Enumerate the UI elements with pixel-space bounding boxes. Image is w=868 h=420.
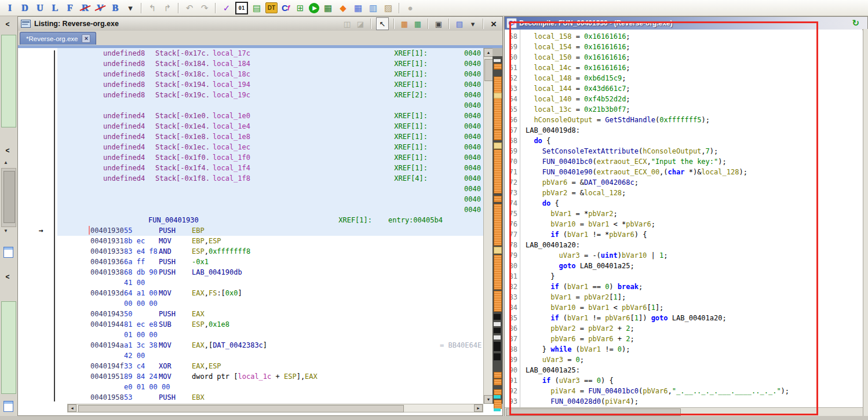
decompiler-line[interactable]: 87pbVar6 = pbVar6 + 2;	[505, 334, 862, 344]
scroll-thumb[interactable]	[506, 408, 681, 416]
letter-r-tool-struck[interactable]: R	[79, 2, 92, 14]
decompiler-line[interactable]: 78LAB_00401a20:	[505, 240, 862, 250]
collapse-chevron-icon[interactable]: <	[2, 146, 13, 155]
collapsed-data-panel[interactable]	[1, 301, 16, 394]
decompiler-line[interactable]: 92piVar4 = FUN_00401bc0(pbVar6,"_.__.._.…	[505, 386, 862, 396]
instruction-row[interactable]: 0040194aa1 3c 38MOVEAX,[DAT_0042383c]= B…	[18, 340, 483, 350]
decompiler-line[interactable]: 84bVar10 = bVar1 < pbVar6[1];	[505, 302, 862, 313]
decompiler-line[interactable]: 88} while (bVar1 != 0);	[505, 344, 862, 355]
scroll-up-icon[interactable]: ▲	[484, 48, 493, 57]
listing-variable-row[interactable]: undefined4Stack[-0x1f4...local_1f4XREF[1…	[18, 163, 483, 173]
decompiler-content[interactable]: 58local_158 = 0x16161616;59local_154 = 0…	[505, 30, 862, 407]
decompiler-line[interactable]: 89uVar3 = 0;	[505, 355, 862, 365]
letter-l-tool[interactable]: L	[49, 2, 61, 14]
listing-variable-row[interactable]: undefined4Stack[-0x1e4...local_1e4XREF[1…	[18, 121, 483, 132]
letter-b-tool[interactable]: B	[109, 2, 122, 14]
letter-f-tool[interactable]: F	[64, 2, 76, 14]
decompiler-line[interactable]: 85if (bVar1 != pbVar6[1]) goto LAB_00401…	[505, 313, 862, 323]
listing-horizontal-scrollbar[interactable]: ◄ ►	[67, 404, 483, 412]
decompiler-line[interactable]: 90LAB_00401a25:	[505, 365, 862, 375]
clear-brush-icon[interactable]: ▨	[382, 2, 395, 14]
strip-scrollbar[interactable]	[1, 168, 16, 227]
back-circle-icon[interactable]: ●	[404, 2, 417, 14]
display-options-dropdown-icon[interactable]: ▾	[468, 19, 478, 29]
table-export-icon[interactable]: ▥	[367, 2, 380, 14]
listing-variable-row[interactable]: undefined8Stack[-0x194...local_194XREF[1…	[18, 79, 483, 90]
decompiler-line[interactable]: 93FUN_004028d0(piVar4);	[505, 396, 862, 407]
decompiler-line[interactable]: 82if (bVar1 == 0) break;	[505, 282, 862, 292]
listing-variable-row[interactable]: undefined4Stack[-0x1f8...local_1f8XREF[4…	[18, 173, 483, 184]
scroll-left-icon[interactable]: ◄	[68, 404, 76, 412]
listing-variable-row[interactable]: 0040	[18, 100, 483, 111]
decompiler-line[interactable]: 65local_13c = 0x21b3b0f7;	[505, 104, 862, 115]
decompiler-horizontal-scrollbar[interactable]	[505, 407, 867, 416]
decompiler-line[interactable]: 86pbVar2 = pbVar2 + 2;	[505, 323, 862, 334]
decompiler-line[interactable]: 63local_144 = 0x43d661c7;	[505, 83, 862, 94]
decompiler-line[interactable]: 91if (uVar3 == 0) {	[505, 375, 862, 386]
listing-variable-row[interactable]: undefined8Stack[-0x19c...local_19cXREF[2…	[18, 90, 483, 100]
decompiler-line[interactable]: 76bVar10 = bVar1 < *pbVar6;	[505, 219, 862, 229]
collapse-chevron-icon[interactable]: <	[2, 20, 13, 29]
tab-close-icon[interactable]: ×	[82, 34, 90, 43]
decompiler-line[interactable]: 58local_158 = 0x16161616;	[505, 31, 862, 42]
instruction-row[interactable]: 0040194481 ec e8SUBESP,0x1e8	[18, 319, 483, 330]
instruction-row[interactable]: 01 00 00	[18, 330, 483, 340]
listing-variable-row[interactable]: undefined8Stack[-0x184...local_184XREF[1…	[18, 59, 483, 69]
collapse-chevron-icon[interactable]: <	[2, 272, 13, 282]
listing-variable-row[interactable]: 0040	[18, 204, 483, 215]
script-manager-icon[interactable]: ▤	[250, 2, 263, 14]
letter-u-tool[interactable]: U	[34, 2, 46, 14]
listing-vertical-scrollbar[interactable]: ▲ ▼	[483, 48, 493, 404]
decompiler-line[interactable]: 64local_140 = 0xf4b52d2d;	[505, 94, 862, 104]
function-label-row[interactable]: FUN_00401930XREF[1]:entry:00405b4	[18, 215, 483, 225]
instruction-row[interactable]: e0 01 00 00	[18, 382, 483, 392]
edit-fields-icon[interactable]: ▦	[399, 19, 410, 29]
decompiler-line[interactable]: 79uVar3 = -(uint)bVar10 | 1;	[505, 250, 862, 261]
decompiler-line[interactable]: 61local_14c = 0x16161616;	[505, 63, 862, 73]
letter-v-tool-struck[interactable]: V	[94, 2, 107, 14]
memory-map-icon[interactable]: ▦	[322, 2, 334, 14]
letter-i-tool[interactable]: I	[3, 2, 16, 14]
undo-icon[interactable]: ↶	[183, 2, 196, 14]
decompiler-line[interactable]: 60local_150 = 0x16161616;	[505, 52, 862, 63]
listing-variable-row[interactable]: undefined4Stack[-0x1ec...local_1ecXREF[1…	[18, 142, 483, 152]
scroll-thumb[interactable]	[78, 405, 404, 412]
listing-variable-row[interactable]: undefined8Stack[-0x18c...local_18cXREF[1…	[18, 69, 483, 79]
copy-icon[interactable]: ◫	[342, 19, 352, 29]
instruction-row[interactable]: 0040193868 db 90PUSHLAB_004190db	[18, 267, 483, 277]
tab-reverse-org-exe[interactable]: *Reverse-org.exe ×	[20, 32, 96, 45]
instruction-row[interactable]: 42 00	[18, 350, 483, 361]
file-page-icon[interactable]	[3, 247, 13, 258]
instruction-row[interactable]: 0040193383 e4 f8ANDESP,0xfffffff8	[18, 246, 483, 257]
decompiler-line[interactable]: 75bVar1 = *pbVar2;	[505, 209, 862, 219]
decompiler-line[interactable]: 81}	[505, 271, 862, 282]
listing-variable-row[interactable]: undefined8Stack[-0x17c...local_17cXREF[1…	[18, 48, 483, 59]
symbol-tree-icon[interactable]: ⊞	[294, 2, 307, 14]
instruction-row[interactable]: 00 00 00	[18, 298, 483, 309]
data-type-manager-icon[interactable]: DT	[265, 2, 278, 13]
decompiler-line[interactable]: 74do {	[505, 198, 862, 209]
cursor-tool-icon[interactable]: ↖	[376, 17, 389, 30]
scroll-up-icon[interactable]: ▲	[3, 160, 13, 165]
collapsed-program-tree-panel[interactable]	[1, 35, 16, 127]
instruction-row[interactable]: 0040195189 84 24MOVdword ptr [local_1c +…	[18, 371, 483, 382]
edit-listing-icon[interactable]: ▦	[413, 19, 423, 29]
instruction-row[interactable]: 0040194350PUSHEAX	[18, 309, 483, 319]
decompiler-line[interactable]: 71FUN_00401e90(extraout_ECX_00,(char *)&…	[505, 167, 862, 177]
listing-variable-row[interactable]: undefined4Stack[-0x1e0...local_1e0XREF[1…	[18, 111, 483, 121]
instruction-row[interactable]: 0040193d64 a1 00MOVEAX,FS:[0x0]	[18, 288, 483, 298]
paste-icon[interactable]: ◪	[355, 19, 366, 29]
listing-variable-row[interactable]: undefined4Stack[-0x1e8...local_1e8XREF[1…	[18, 132, 483, 142]
decompiler-line[interactable]: 62local_148 = 0xb6d15c9;	[505, 73, 862, 83]
decompiler-line[interactable]: 70FUN_00401bc0(extraout_ECX,"Input the k…	[505, 156, 862, 167]
decompiler-line[interactable]: 68do {	[505, 136, 862, 146]
close-icon[interactable]: ×	[488, 19, 499, 29]
byte-viewer-icon[interactable]: 01	[235, 2, 248, 14]
strip-scroll-thumb[interactable]	[3, 171, 15, 223]
listing-content[interactable]: undefined8Stack[-0x17c...local_17cXREF[1…	[18, 48, 483, 404]
table-view-icon[interactable]: ▦	[352, 2, 364, 14]
validate-check-icon[interactable]: ✓	[220, 2, 233, 14]
scroll-thumb[interactable]	[484, 59, 493, 81]
display-options-icon[interactable]: ▤	[454, 19, 465, 29]
decompiler-line[interactable]: 83bVar1 = pbVar2[1];	[505, 292, 862, 302]
